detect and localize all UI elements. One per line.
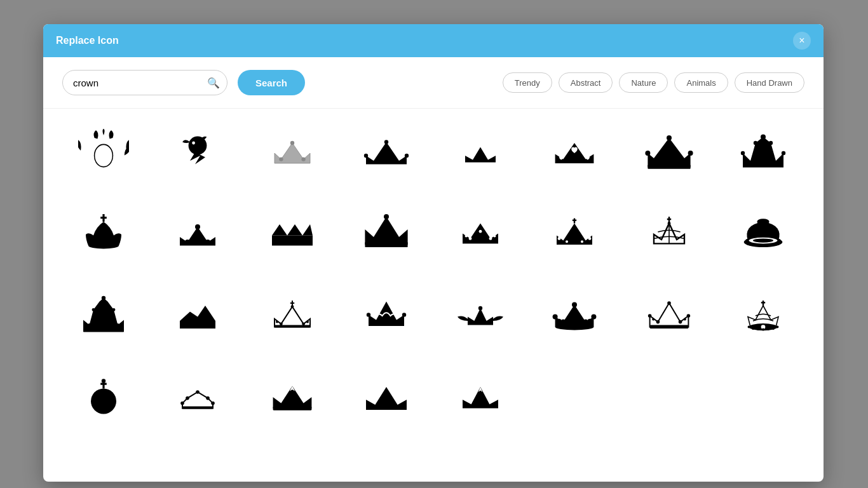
search-button[interactable]: Search	[238, 70, 305, 95]
svg-point-18	[741, 151, 745, 155]
icon-15[interactable]	[628, 196, 710, 273]
search-input[interactable]	[62, 70, 227, 95]
svg-rect-51	[275, 325, 310, 327]
icon-14[interactable]	[533, 196, 616, 273]
svg-point-83	[767, 328, 770, 330]
icon-21[interactable]	[439, 278, 522, 354]
svg-point-39	[667, 222, 670, 225]
svg-point-21	[185, 240, 190, 245]
modal-header: Replace Icon ×	[43, 24, 824, 57]
svg-point-31	[479, 230, 482, 233]
icon-19[interactable]	[251, 278, 334, 354]
svg-point-33	[465, 234, 468, 237]
svg-point-9	[667, 135, 672, 140]
svg-point-80	[752, 327, 754, 330]
svg-rect-29	[463, 241, 498, 243]
svg-point-5	[301, 157, 305, 161]
svg-point-10	[645, 151, 650, 156]
svg-point-46	[102, 296, 105, 300]
svg-point-65	[592, 315, 597, 320]
icon-25[interactable]	[62, 359, 145, 435]
svg-point-34	[493, 234, 496, 237]
svg-point-4	[290, 141, 294, 145]
icon-26[interactable]	[156, 359, 239, 435]
svg-point-38	[588, 237, 592, 240]
svg-point-85	[776, 326, 778, 329]
filter-nature[interactable]: Nature	[619, 72, 668, 93]
icon-11[interactable]	[251, 196, 334, 273]
svg-point-73	[686, 314, 690, 318]
svg-point-15	[761, 134, 766, 139]
svg-point-92	[211, 402, 215, 405]
icon-22[interactable]	[533, 278, 616, 354]
svg-point-35	[558, 237, 561, 240]
icon-23[interactable]	[628, 278, 710, 354]
icon-27[interactable]	[251, 359, 334, 435]
icon-1[interactable]	[62, 115, 145, 191]
svg-point-50	[116, 323, 119, 327]
svg-point-57	[367, 313, 370, 316]
svg-point-59	[478, 306, 482, 310]
svg-rect-45	[83, 329, 124, 332]
filter-trendy[interactable]: Trendy	[503, 72, 552, 93]
icon-29[interactable]	[439, 359, 522, 435]
svg-point-8	[405, 154, 409, 158]
svg-point-42	[757, 219, 769, 225]
svg-point-0	[95, 144, 113, 166]
svg-point-70	[656, 320, 660, 324]
svg-point-74	[652, 318, 654, 321]
svg-point-11	[688, 151, 693, 156]
search-bar: 🔍 Search Trendy Abstract Nature Animals …	[43, 57, 824, 109]
icon-8[interactable]	[722, 115, 804, 191]
svg-point-7	[364, 154, 368, 158]
svg-point-66	[557, 319, 561, 323]
close-button[interactable]: ×	[793, 32, 811, 50]
svg-rect-97	[463, 391, 469, 397]
icon-20[interactable]	[345, 278, 428, 354]
search-input-wrap: 🔍	[62, 70, 227, 95]
svg-rect-14	[648, 165, 690, 168]
icon-2[interactable]	[156, 115, 239, 191]
icon-13[interactable]	[439, 196, 522, 273]
icon-7[interactable]	[628, 115, 710, 191]
svg-point-67	[588, 319, 592, 323]
modal-title: Replace Icon	[56, 35, 119, 46]
icon-12[interactable]	[345, 196, 428, 273]
svg-point-19	[782, 151, 785, 155]
svg-rect-26	[365, 242, 407, 247]
icon-18[interactable]	[156, 278, 239, 354]
icon-16[interactable]	[722, 196, 804, 273]
svg-point-27	[384, 214, 389, 219]
svg-point-52	[280, 322, 283, 325]
icon-grid	[62, 115, 811, 435]
svg-rect-94	[273, 406, 311, 410]
icon-24[interactable]	[722, 278, 804, 354]
icon-6[interactable]	[533, 115, 616, 191]
svg-point-81	[757, 328, 759, 330]
icon-9[interactable]	[62, 196, 145, 273]
icon-5[interactable]	[439, 115, 522, 191]
svg-point-79	[747, 326, 750, 329]
svg-point-37	[581, 240, 583, 243]
icon-4[interactable]	[345, 115, 428, 191]
icon-3[interactable]	[251, 115, 334, 191]
svg-point-30	[469, 237, 472, 240]
svg-point-17	[769, 141, 773, 145]
svg-point-88	[180, 402, 184, 405]
filter-hand-drawn[interactable]: Hand Drawn	[735, 72, 804, 93]
filter-abstract[interactable]: Abstract	[559, 72, 613, 93]
svg-point-64	[583, 320, 588, 325]
svg-point-6	[384, 140, 388, 144]
filter-animals[interactable]: Animals	[674, 72, 728, 93]
search-icon: 🔍	[207, 77, 220, 89]
svg-rect-68	[649, 325, 688, 329]
icon-28[interactable]	[345, 359, 428, 435]
svg-point-71	[678, 320, 682, 324]
svg-point-75	[683, 318, 686, 321]
svg-point-69	[667, 301, 671, 305]
svg-point-48	[112, 308, 116, 311]
icon-17[interactable]	[62, 278, 145, 354]
svg-point-23	[205, 240, 210, 245]
icon-10[interactable]	[156, 196, 239, 273]
icon-grid-container[interactable]	[43, 109, 824, 482]
